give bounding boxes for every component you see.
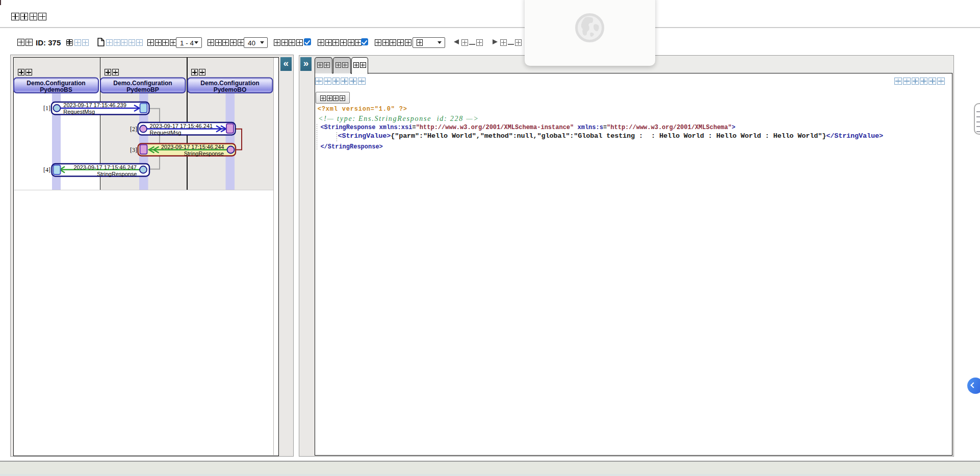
svg-text:Demo.Configuration: Demo.Configuration (200, 80, 259, 87)
svg-text:[4]: [4] (43, 166, 50, 173)
svg-text:[2]: [2] (130, 126, 137, 133)
svg-text:PydemoBP: PydemoBP (126, 86, 159, 93)
svg-text:RequestMsg: RequestMsg (63, 109, 95, 115)
svg-text:PydemoBS: PydemoBS (40, 86, 72, 93)
svg-text:[3]: [3] (130, 146, 137, 154)
svg-text:[1]: [1] (43, 105, 50, 112)
svg-text:PydemoBO: PydemoBO (214, 86, 247, 93)
svg-text:2023-09-17 17:15:46.239: 2023-09-17 17:15:46.239 (63, 102, 126, 108)
svg-text:2023-09-17 17:15:46.247: 2023-09-17 17:15:46.247 (73, 164, 137, 170)
svg-text:Demo.Configuration: Demo.Configuration (113, 80, 172, 87)
svg-text:2023-09-17 17:15:46.244: 2023-09-17 17:15:46.244 (161, 144, 224, 150)
svg-text:StringResponse: StringResponse (184, 151, 224, 157)
svg-text:Demo.Configuration: Demo.Configuration (27, 80, 85, 87)
svg-text:RequestMsg: RequestMsg (150, 130, 182, 136)
svg-text:StringResponse: StringResponse (97, 171, 137, 177)
svg-text:2023-09-17 17:15:46.241: 2023-09-17 17:15:46.241 (150, 123, 213, 129)
